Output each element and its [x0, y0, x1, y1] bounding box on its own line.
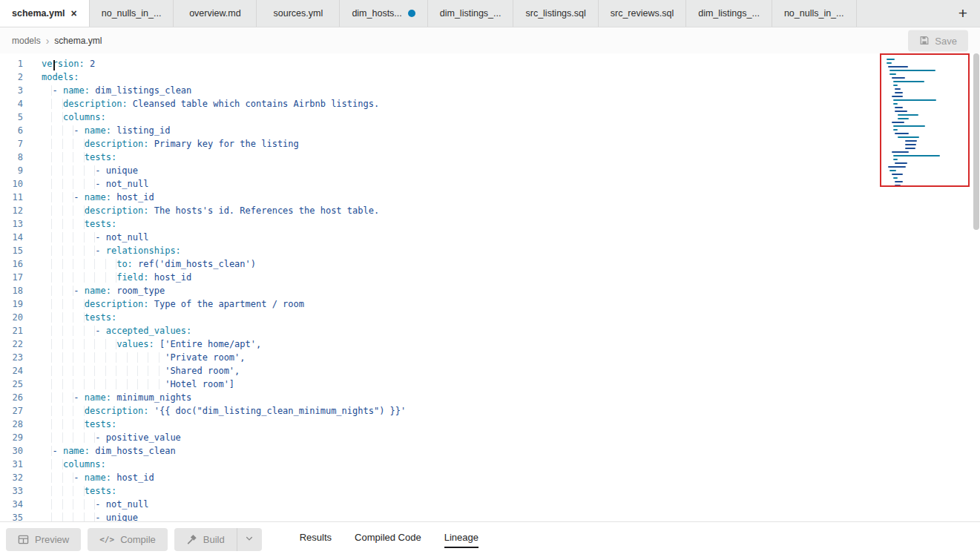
minimap-line	[888, 166, 906, 168]
line-number: 12	[0, 205, 30, 219]
line-number: 24	[0, 366, 30, 379]
code-line[interactable]: tests:	[42, 486, 980, 499]
code-line[interactable]: tests:	[42, 219, 980, 232]
tab-label: src_listings.sql	[525, 8, 585, 19]
code-line[interactable]: - name: dim_hosts_clean	[42, 446, 980, 459]
minimap-line	[892, 174, 904, 175]
line-number: 17	[0, 272, 30, 286]
close-icon[interactable]: ×	[71, 8, 77, 19]
code-area[interactable]: version: 2models: - name: dim_listings_c…	[30, 53, 980, 521]
tab-overview-md[interactable]: overview.md	[174, 0, 257, 27]
tab-no-nulls-in[interactable]: no_nulls_in_...	[772, 0, 857, 27]
minimap-line	[893, 85, 898, 86]
code-line[interactable]: 'Private room',	[42, 352, 980, 366]
code-line[interactable]: version: 2	[42, 59, 980, 72]
code-line[interactable]: - name: dim_listings_clean	[42, 85, 980, 99]
code-line[interactable]: - not_null	[42, 232, 980, 245]
tab-no-nulls-in[interactable]: no_nulls_in_...	[90, 0, 174, 27]
code-line[interactable]: field: host_id	[42, 272, 980, 286]
line-number: 29	[0, 432, 30, 446]
tab-results[interactable]: Results	[298, 522, 333, 557]
minimap-line	[905, 148, 915, 149]
minimap-line	[893, 159, 898, 160]
minimap-line	[892, 122, 905, 123]
breadcrumb-folder[interactable]: models	[12, 36, 41, 46]
code-line[interactable]: tests:	[42, 312, 980, 326]
code-line[interactable]: - name: room_type	[42, 286, 980, 299]
build-dropdown-button[interactable]	[237, 528, 262, 551]
line-number: 31	[0, 459, 30, 472]
minimap-line	[905, 140, 917, 142]
line-number: 28	[0, 419, 30, 432]
code-editor[interactable]: 1234567891011121314151617181920212223242…	[0, 53, 980, 521]
code-line[interactable]: tests:	[42, 152, 980, 165]
new-tab-button[interactable]: +	[946, 0, 980, 27]
code-line[interactable]: description: Cleansed table which contai…	[42, 99, 980, 112]
code-icon: </>	[99, 535, 114, 544]
code-line[interactable]: - unique	[42, 512, 980, 521]
tab-src-reviews-sql[interactable]: src_reviews.sql	[599, 0, 686, 27]
preview-button[interactable]: Preview	[6, 528, 81, 551]
tab-label: dim_listings_...	[440, 8, 501, 19]
plus-icon: +	[958, 4, 967, 22]
code-line[interactable]: - unique	[42, 165, 980, 179]
code-line[interactable]: description: Type of the apartment / roo…	[42, 299, 980, 312]
save-button[interactable]: Save	[908, 30, 968, 51]
code-line[interactable]: columns:	[42, 459, 980, 472]
tab-dim-listings[interactable]: dim_listings_...	[428, 0, 514, 27]
minimap-line	[893, 177, 898, 179]
line-number: 4	[0, 99, 30, 112]
tab-dim-hosts[interactable]: dim_hosts...	[340, 0, 427, 27]
tab-label: src_reviews.sql	[611, 8, 674, 19]
code-line[interactable]: - name: host_id	[42, 472, 980, 486]
code-line[interactable]: - not_null	[42, 499, 980, 512]
table-icon	[18, 534, 29, 545]
code-line[interactable]: - relationships:	[42, 245, 980, 259]
hammer-icon	[186, 534, 197, 545]
minimap-line	[895, 133, 909, 134]
code-line[interactable]: - name: listing_id	[42, 125, 980, 139]
minimap-line	[898, 114, 918, 116]
line-number: 3	[0, 85, 30, 99]
line-number: 33	[0, 486, 30, 499]
minimap[interactable]	[880, 53, 970, 187]
minimap-line	[892, 77, 906, 79]
code-line[interactable]: values: ['Entire home/apt',	[42, 339, 980, 352]
code-line[interactable]: description: The hosts's id. References …	[42, 205, 980, 219]
code-line[interactable]: - name: host_id	[42, 192, 980, 205]
code-line[interactable]: - positive_value	[42, 432, 980, 446]
minimap-line	[889, 70, 935, 71]
vertical-scrollbar[interactable]	[973, 53, 979, 230]
preview-label: Preview	[35, 534, 69, 545]
minimap-line	[895, 162, 907, 164]
minimap-line	[889, 170, 895, 171]
minimap-line	[893, 81, 924, 82]
code-line[interactable]: columns:	[42, 112, 980, 125]
minimap-line	[888, 66, 908, 67]
code-line[interactable]: tests:	[42, 419, 980, 432]
code-line[interactable]: description: Primary key for the listing	[42, 139, 980, 152]
code-line[interactable]: 'Shared room',	[42, 366, 980, 379]
tab-label: schema.yml	[12, 8, 65, 19]
minimap-line	[892, 96, 904, 97]
compile-button[interactable]: </> Compile	[88, 528, 168, 551]
tab-sources-yml[interactable]: sources.yml	[257, 0, 340, 27]
code-line[interactable]: - accepted_values:	[42, 326, 980, 339]
line-number: 26	[0, 392, 30, 406]
code-line[interactable]: 'Hotel room']	[42, 379, 980, 392]
tab-compiled-code[interactable]: Compiled Code	[353, 522, 423, 557]
code-line[interactable]: - name: minimum_nights	[42, 392, 980, 406]
code-line[interactable]: - not_null	[42, 179, 980, 192]
code-line[interactable]: description: '{{ doc("dim_listing_clean_…	[42, 406, 980, 419]
tab-src-listings-sql[interactable]: src_listings.sql	[513, 0, 598, 27]
tab-bar-tabs: schema.yml×no_nulls_in_...overview.mdsou…	[0, 0, 946, 27]
tab-dim-listings[interactable]: dim_listings_...	[686, 0, 772, 27]
tab-schema-yml[interactable]: schema.yml×	[0, 0, 90, 27]
line-number: 5	[0, 112, 30, 125]
tab-lineage[interactable]: Lineage	[443, 522, 480, 557]
code-line[interactable]: to: ref('dim_hosts_clean')	[42, 259, 980, 272]
minimap-line	[895, 107, 903, 108]
build-button[interactable]: Build	[174, 528, 237, 551]
code-line[interactable]: models:	[42, 72, 980, 85]
tab-label: dim_hosts...	[352, 8, 401, 19]
